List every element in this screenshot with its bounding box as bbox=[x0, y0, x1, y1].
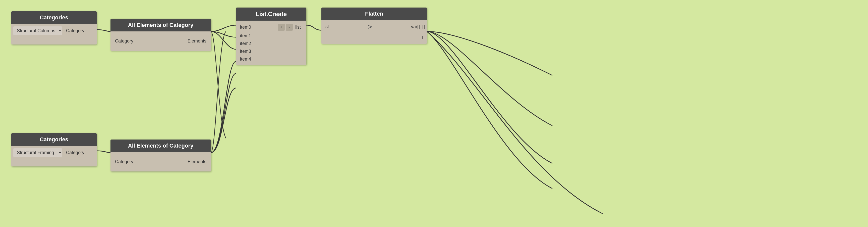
list-create-item3: item3 bbox=[238, 48, 304, 55]
all-elements-bottom-node: All Elements of Category Category Elemen… bbox=[111, 140, 211, 171]
all-elements-top-header: All Elements of Category bbox=[111, 19, 211, 31]
flatten-header: Flatten bbox=[321, 7, 427, 20]
list-create-header: List.Create bbox=[236, 7, 306, 21]
all-elements-top-left-port: Category bbox=[113, 37, 135, 45]
list-create-item2: item2 bbox=[238, 40, 304, 47]
all-elements-bottom-header: All Elements of Category bbox=[111, 140, 211, 152]
flatten-l-port: l bbox=[420, 33, 425, 42]
flatten-var-port: var[]..[] bbox=[409, 23, 427, 31]
flatten-chevron-icon: > bbox=[365, 23, 374, 31]
structural-framing-dropdown[interactable]: Structural Framing Structural Columns bbox=[13, 148, 62, 157]
categories-top-header: Categories bbox=[11, 11, 97, 24]
all-elements-bottom-left-port: Category bbox=[113, 158, 135, 166]
list-create-node: List.Create item0 + - list item1 item2 i… bbox=[236, 7, 306, 65]
categories-top-port-label: Category bbox=[64, 27, 86, 35]
all-elements-top-right-port: Elements bbox=[186, 37, 208, 45]
categories-bottom-node: Categories Structural Framing Structural… bbox=[11, 133, 97, 166]
structural-columns-dropdown[interactable]: Structural Columns Structural Framing bbox=[13, 26, 62, 35]
categories-bottom-port-label: Category bbox=[64, 148, 86, 157]
list-create-item1: item1 bbox=[238, 32, 304, 39]
flatten-node: Flatten list > var[]..[] l bbox=[321, 7, 427, 44]
list-create-remove-button[interactable]: - bbox=[286, 24, 293, 31]
all-elements-bottom-right-port: Elements bbox=[186, 158, 208, 166]
categories-top-node: Categories Structural Columns Structural… bbox=[11, 11, 97, 45]
all-elements-top-node: All Elements of Category Category Elemen… bbox=[111, 19, 211, 51]
flatten-list-port: list bbox=[321, 23, 331, 31]
categories-bottom-header: Categories bbox=[11, 133, 97, 146]
list-create-add-button[interactable]: + bbox=[278, 24, 285, 31]
list-create-list-label: list bbox=[294, 25, 302, 30]
list-create-item0: item0 bbox=[240, 25, 251, 30]
list-create-item4: item4 bbox=[238, 56, 304, 63]
